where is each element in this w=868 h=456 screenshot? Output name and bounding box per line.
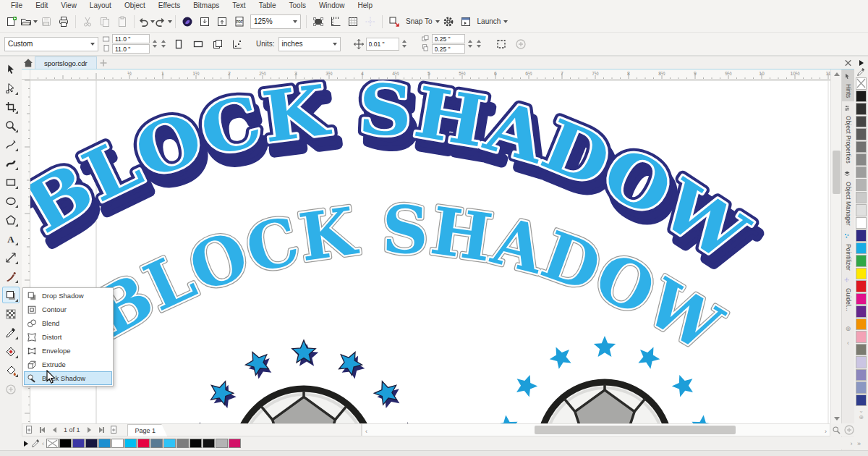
color-swatch[interactable] xyxy=(176,439,189,448)
color-swatch[interactable] xyxy=(190,439,202,448)
show-grid-button[interactable] xyxy=(344,13,362,30)
add-page-after-button[interactable] xyxy=(109,425,119,435)
show-rulers-button[interactable] xyxy=(327,13,344,30)
home-button[interactable] xyxy=(22,57,35,69)
menu-view[interactable]: View xyxy=(54,1,83,10)
scroll-down-arrow[interactable] xyxy=(834,417,840,421)
print-button[interactable] xyxy=(55,13,72,30)
freehand-tool[interactable] xyxy=(2,136,20,153)
flyout-item-block-shadow[interactable]: Block Shadow xyxy=(24,371,112,385)
menu-help[interactable]: Help xyxy=(352,1,380,10)
scroll-up-arrow[interactable] xyxy=(834,72,840,76)
menu-window[interactable]: Window xyxy=(312,1,352,10)
eyedropper-icon[interactable] xyxy=(856,67,866,77)
flyout-item-blend[interactable]: Blend xyxy=(24,316,112,330)
nudge-spinner[interactable] xyxy=(401,40,408,48)
color-swatch[interactable] xyxy=(856,293,867,305)
color-swatch[interactable] xyxy=(856,217,867,229)
export-button[interactable] xyxy=(213,13,231,30)
navigator-zoom-icon[interactable] xyxy=(832,426,841,435)
collapse-icon[interactable]: ‹ xyxy=(847,339,849,347)
flyout-item-drop-shadow[interactable]: Drop Shadow xyxy=(24,289,112,303)
transparency-tool[interactable] xyxy=(2,305,20,322)
menu-edit[interactable]: Edit xyxy=(29,1,54,10)
vertical-scrollbar[interactable] xyxy=(830,69,841,423)
artistic-media-tool[interactable] xyxy=(2,155,20,172)
palette-flyout-icon[interactable] xyxy=(24,441,28,447)
flyout-item-envelope[interactable]: Envelope xyxy=(24,344,112,358)
new-document-button[interactable] xyxy=(3,13,20,30)
options-gear-button[interactable] xyxy=(440,13,457,30)
eyedropper-icon[interactable] xyxy=(31,439,41,448)
color-swatch[interactable] xyxy=(856,255,867,267)
color-swatch[interactable] xyxy=(856,128,867,140)
quick-customize-button[interactable] xyxy=(513,36,529,52)
color-swatch[interactable] xyxy=(98,439,111,448)
menu-bitmaps[interactable]: Bitmaps xyxy=(187,1,226,10)
open-folder-button[interactable] xyxy=(20,13,38,30)
interactive-fill-tool[interactable] xyxy=(2,343,20,360)
duplicate-spinner2[interactable] xyxy=(475,40,482,48)
color-swatch[interactable] xyxy=(137,439,150,448)
publish-pdf-button[interactable]: PDF xyxy=(231,13,248,30)
color-swatch[interactable] xyxy=(150,439,163,448)
docker-tab-guidel-[interactable]: Guidel... xyxy=(842,274,854,315)
redo-button[interactable] xyxy=(155,13,172,30)
smart-fill-tool[interactable] xyxy=(2,362,20,379)
landscape-button[interactable] xyxy=(190,36,206,52)
fullscreen-preview-button[interactable] xyxy=(310,13,327,30)
page-size-spinner2[interactable] xyxy=(160,40,167,48)
flyout-item-contour[interactable]: Contour xyxy=(24,303,112,316)
launch-app-button[interactable] xyxy=(457,13,475,30)
color-swatch[interactable] xyxy=(111,439,124,448)
eyedropper-tool[interactable] xyxy=(2,324,20,341)
duplicate-y-field[interactable] xyxy=(432,44,465,54)
color-swatch[interactable] xyxy=(85,439,98,448)
palette-scroll-left[interactable]: ‹ xyxy=(42,440,44,447)
page-height-field[interactable] xyxy=(112,44,150,54)
page-tab[interactable]: Page 1 xyxy=(127,424,168,436)
close-document-button[interactable] xyxy=(843,57,854,68)
nudge-field[interactable] xyxy=(366,38,399,51)
color-swatch[interactable] xyxy=(856,356,867,368)
color-swatch[interactable] xyxy=(856,90,867,103)
menu-text[interactable]: Text xyxy=(226,1,252,10)
document-tab[interactable]: sportslogo.cdr xyxy=(35,56,97,69)
color-swatch[interactable] xyxy=(856,179,867,191)
color-swatch[interactable] xyxy=(856,318,867,331)
rectangle-tool[interactable] xyxy=(2,174,20,190)
color-swatch[interactable] xyxy=(856,331,867,343)
last-page-button[interactable] xyxy=(97,425,107,435)
page-size-preset-combo[interactable]: Custom xyxy=(4,37,98,51)
duplicate-spinner[interactable] xyxy=(467,40,474,48)
import-button[interactable] xyxy=(196,13,213,30)
menu-table[interactable]: Table xyxy=(252,1,283,10)
color-swatch[interactable] xyxy=(856,305,867,318)
add-page-before-button[interactable] xyxy=(25,425,35,435)
color-swatch[interactable] xyxy=(163,439,176,448)
current-page-button[interactable] xyxy=(210,36,226,52)
navigator-pan-icon[interactable] xyxy=(843,424,855,436)
dimension-tool[interactable] xyxy=(2,249,20,266)
color-swatch[interactable] xyxy=(856,268,867,280)
color-swatch[interactable] xyxy=(856,229,867,242)
flyout-item-extrude[interactable]: Extrude xyxy=(24,358,112,371)
horizontal-scroll-thumb[interactable] xyxy=(535,426,736,434)
color-swatch[interactable] xyxy=(856,242,867,255)
color-swatch[interactable] xyxy=(856,141,867,153)
units-combo[interactable]: inches xyxy=(278,37,341,51)
interactive-effects-tool[interactable] xyxy=(2,287,20,303)
first-page-button[interactable] xyxy=(37,425,47,435)
portrait-button[interactable] xyxy=(171,36,187,52)
undo-button[interactable] xyxy=(137,13,155,30)
color-swatch[interactable] xyxy=(72,439,85,448)
color-swatch[interactable] xyxy=(856,204,867,216)
flyout-item-distort[interactable]: Distort xyxy=(24,330,112,344)
color-swatch[interactable] xyxy=(59,439,72,448)
no-color-swatch[interactable] xyxy=(46,439,59,448)
scroll-left-arrow[interactable]: ‹ xyxy=(365,428,367,435)
color-swatch[interactable] xyxy=(856,394,867,407)
page-width-field[interactable] xyxy=(112,34,150,43)
chevron-down-icon[interactable] xyxy=(503,20,508,23)
previous-page-button[interactable] xyxy=(49,425,59,435)
